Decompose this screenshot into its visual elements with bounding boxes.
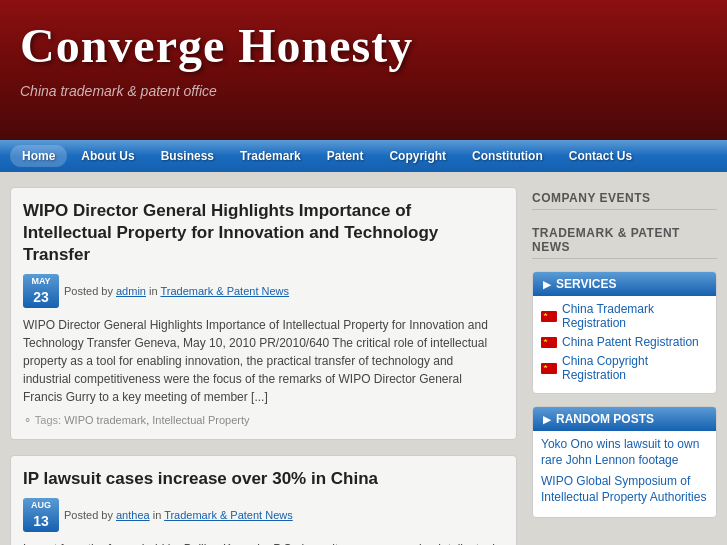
post-meta: MAY 23 Posted by admin in Trademark & Pa… <box>23 274 504 308</box>
service-item: China Trademark Registration <box>541 302 708 330</box>
china-flag-icon <box>541 311 557 322</box>
post: WIPO Director General Highlights Importa… <box>10 187 517 440</box>
post-title: IP lawsuit cases increase over 30% in Ch… <box>23 468 504 490</box>
services-box: ▶ SERVICES China Trademark Registration … <box>532 271 717 394</box>
author-link[interactable]: anthea <box>116 509 150 521</box>
nav-item-about-us[interactable]: About Us <box>69 145 146 167</box>
post: IP lawsuit cases increase over 30% in Ch… <box>10 455 517 545</box>
trademark-news-section: TRADEMARK & PATENT NEWS <box>532 222 717 259</box>
tag-link[interactable]: WIPO trademark <box>64 414 146 426</box>
random-post-link[interactable]: Yoko Ono wins lawsuit to own rare John L… <box>541 437 708 468</box>
date-badge: AUG 13 <box>23 498 59 532</box>
post-title: WIPO Director General Highlights Importa… <box>23 200 504 266</box>
service-item: China Patent Registration <box>541 335 708 349</box>
category-link[interactable]: Trademark & Patent News <box>164 509 293 521</box>
nav-item-copyright[interactable]: Copyright <box>377 145 458 167</box>
nav-bar: HomeAbout UsBusinessTrademarkPatentCopyr… <box>0 140 727 172</box>
main-content: WIPO Director General Highlights Importa… <box>10 187 532 545</box>
site-subtitle: China trademark & patent office <box>20 83 707 99</box>
nav-item-trademark[interactable]: Trademark <box>228 145 313 167</box>
random-posts-header: ▶ RANDOM POSTS <box>533 407 716 431</box>
sidebar: COMPANY EVENTS TRADEMARK & PATENT NEWS ▶… <box>532 187 717 545</box>
china-flag-icon <box>541 363 557 374</box>
nav-item-business[interactable]: Business <box>149 145 226 167</box>
category-link[interactable]: Trademark & Patent News <box>160 285 289 297</box>
site-header: Converge Honesty China trademark & paten… <box>0 0 727 140</box>
random-posts-label: RANDOM POSTS <box>556 412 654 426</box>
post-body: WIPO Director General Highlights Importa… <box>23 316 504 406</box>
post-body: Learnt from the forum held by Beijing Ka… <box>23 540 504 545</box>
post-meta: AUG 13 Posted by anthea in Trademark & P… <box>23 498 504 532</box>
site-title: Converge Honesty <box>20 18 707 73</box>
trademark-news-heading: TRADEMARK & PATENT NEWS <box>532 222 717 259</box>
tags-label: ⚬ Tags: <box>23 414 64 426</box>
date-badge: MAY 23 <box>23 274 59 308</box>
post-month: MAY <box>31 276 51 288</box>
company-events-heading: COMPANY EVENTS <box>532 187 717 210</box>
service-link[interactable]: China Trademark Registration <box>562 302 708 330</box>
post-day: 13 <box>31 512 51 530</box>
meta-text: Posted by admin in Trademark & Patent Ne… <box>64 285 289 297</box>
service-link[interactable]: China Patent Registration <box>562 335 699 349</box>
china-flag-icon <box>541 337 557 348</box>
services-content: China Trademark Registration China Paten… <box>533 296 716 393</box>
tag-link[interactable]: Intellectual Property <box>152 414 249 426</box>
company-events-section: COMPANY EVENTS <box>532 187 717 210</box>
random-post-link[interactable]: WIPO Global Symposium of Intellectual Pr… <box>541 474 708 505</box>
service-item: China Copyright Registration <box>541 354 708 382</box>
content-area: WIPO Director General Highlights Importa… <box>0 172 727 545</box>
random-posts-chevron-icon: ▶ <box>543 414 551 425</box>
post-month: AUG <box>31 500 51 512</box>
nav-item-contact-us[interactable]: Contact Us <box>557 145 644 167</box>
nav-item-constitution[interactable]: Constitution <box>460 145 555 167</box>
service-link[interactable]: China Copyright Registration <box>562 354 708 382</box>
services-label: SERVICES <box>556 277 616 291</box>
post-tags: ⚬ Tags: WIPO trademark, Intellectual Pro… <box>23 414 504 427</box>
nav-item-home[interactable]: Home <box>10 145 67 167</box>
random-posts-box: ▶ RANDOM POSTS Yoko Ono wins lawsuit to … <box>532 406 717 518</box>
meta-text: Posted by anthea in Trademark & Patent N… <box>64 509 293 521</box>
services-chevron-icon: ▶ <box>543 279 551 290</box>
author-link[interactable]: admin <box>116 285 146 297</box>
services-header: ▶ SERVICES <box>533 272 716 296</box>
nav-item-patent[interactable]: Patent <box>315 145 376 167</box>
post-day: 23 <box>31 288 51 306</box>
random-posts-content: Yoko Ono wins lawsuit to own rare John L… <box>533 431 716 517</box>
